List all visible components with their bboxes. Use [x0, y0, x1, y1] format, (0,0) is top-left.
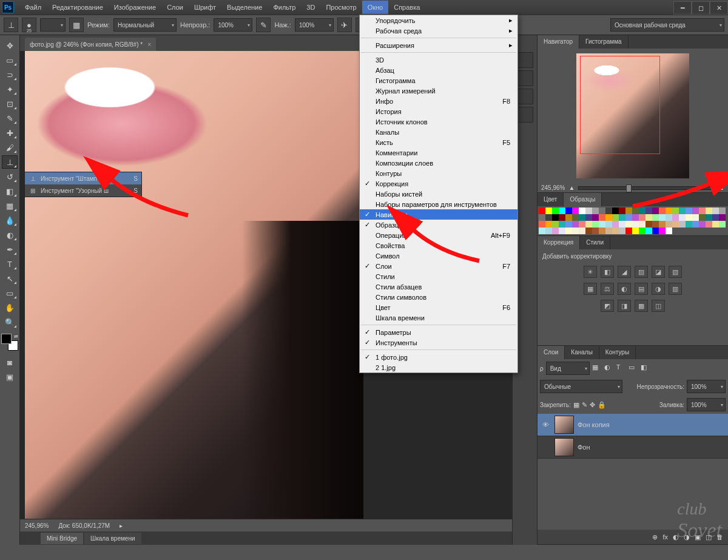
marquee-tool[interactable]: ▭	[2, 53, 18, 67]
menu-выделение[interactable]: Выделение	[221, 1, 268, 14]
dodge-tool[interactable]: ◐	[2, 228, 18, 241]
swatch[interactable]	[666, 221, 672, 228]
swatch[interactable]	[652, 214, 659, 221]
swatch[interactable]	[652, 221, 659, 228]
workspace-select[interactable]: Основная рабочая среда	[610, 18, 724, 32]
swatch[interactable]	[592, 221, 599, 228]
swatch[interactable]	[559, 207, 565, 214]
swatch[interactable]	[545, 221, 552, 228]
quickmask-button[interactable]: ◙	[2, 356, 18, 369]
menu-item[interactable]: Контуры	[360, 168, 517, 178]
swatch[interactable]	[659, 221, 666, 228]
tab-minibridge[interactable]: Mini Bridge	[41, 533, 83, 544]
swatch[interactable]	[632, 207, 639, 214]
menu-окно[interactable]: Окно	[362, 1, 389, 14]
menu-item[interactable]: Символ	[360, 251, 517, 261]
menu-item[interactable]: Стили символов	[360, 292, 517, 302]
swatch[interactable]	[672, 214, 679, 221]
swatch[interactable]	[605, 214, 612, 221]
swatch[interactable]	[545, 214, 552, 221]
healing-tool[interactable]: ✚	[2, 126, 18, 140]
visibility-icon[interactable]: 👁	[540, 421, 551, 428]
swatch[interactable]	[632, 214, 639, 221]
menu-item[interactable]: Наборы параметров для инструментов	[360, 199, 517, 209]
swatch[interactable]	[719, 214, 726, 221]
fx-icon[interactable]: fx	[662, 533, 668, 541]
menu-item[interactable]: Свойства	[360, 240, 517, 251]
swatch[interactable]	[706, 214, 712, 221]
shape-tool[interactable]: ▭	[2, 286, 18, 300]
tab-channels[interactable]: Каналы	[565, 346, 599, 359]
layer-fill[interactable]: 100%	[687, 398, 726, 411]
zoom-tool[interactable]: 🔍	[2, 315, 18, 329]
swatch[interactable]	[679, 207, 686, 214]
swatch[interactable]	[692, 221, 699, 228]
menu-item[interactable]: Источник клонов	[360, 116, 517, 127]
maximize-button[interactable]: ◻	[692, 1, 710, 15]
swatch[interactable]	[706, 207, 712, 214]
swatch[interactable]	[712, 221, 719, 228]
swatch[interactable]	[545, 228, 552, 234]
navigator-thumbnail[interactable]	[576, 53, 689, 178]
swatch[interactable]	[579, 214, 585, 221]
swatch[interactable]	[639, 214, 645, 221]
swatch[interactable]	[579, 221, 585, 228]
lock-icon[interactable]: 🔒	[598, 401, 606, 409]
swatch[interactable]	[612, 221, 619, 228]
swatch[interactable]	[719, 221, 726, 228]
tab-adjustments[interactable]: Коррекция	[538, 236, 580, 249]
swatch[interactable]	[619, 214, 625, 221]
swatch[interactable]	[585, 221, 592, 228]
menu-item[interactable]: 3D	[360, 55, 517, 65]
swatch[interactable]	[599, 207, 605, 214]
swatch[interactable]	[625, 214, 632, 221]
swatch[interactable]	[592, 214, 599, 221]
swatch[interactable]	[712, 207, 719, 214]
swatch[interactable]	[565, 207, 572, 214]
tab-timeline[interactable]: Шкала времени	[84, 533, 141, 544]
swatch[interactable]	[552, 207, 559, 214]
filter-icon[interactable]: ◐	[604, 363, 614, 373]
swatch[interactable]	[559, 214, 565, 221]
navigator-zoom[interactable]: 245,96%	[541, 184, 565, 191]
swatch[interactable]	[552, 214, 559, 221]
swatch[interactable]	[619, 207, 625, 214]
swatch[interactable]	[539, 214, 545, 221]
color-swatches[interactable]: ⇄	[1, 334, 18, 351]
minimize-button[interactable]: ━	[673, 1, 692, 15]
wand-tool[interactable]: ✦	[2, 83, 18, 96]
swatch[interactable]	[605, 207, 612, 214]
flow-field[interactable]: 100%	[295, 18, 334, 32]
menu-item[interactable]: ОперацииAlt+F9	[360, 230, 517, 240]
swatch[interactable]	[666, 228, 672, 234]
menu-item[interactable]: КистьF5	[360, 137, 517, 147]
menu-item[interactable]: Навигатор	[360, 209, 517, 220]
collapsed-panel-icon[interactable]	[516, 107, 533, 123]
swatch-grid[interactable]	[538, 206, 728, 235]
swatch[interactable]	[612, 207, 619, 214]
menu-item[interactable]: 2 1.jpg	[360, 362, 517, 373]
swatch[interactable]	[659, 228, 666, 234]
tab-navigator[interactable]: Навигатор	[538, 35, 579, 49]
move-tool[interactable]: ✥	[2, 39, 18, 52]
swatch[interactable]	[565, 214, 572, 221]
swatch[interactable]	[559, 228, 565, 234]
collapsed-panel-icon[interactable]	[516, 70, 533, 86]
menu-item[interactable]: СлоиF7	[360, 261, 517, 271]
zoom-readout[interactable]: 245,96%	[25, 522, 49, 529]
tab-styles[interactable]: Стили	[580, 236, 610, 249]
menu-item[interactable]: Образцы	[360, 220, 517, 230]
crop-tool[interactable]: ⊡	[2, 97, 18, 110]
swatch[interactable]	[692, 214, 699, 221]
path-tool[interactable]: ↖	[2, 272, 18, 285]
lock-icon[interactable]: ▦	[573, 401, 579, 409]
tab-histogram[interactable]: Гистограмма	[579, 35, 629, 49]
swatch[interactable]	[686, 221, 692, 228]
menu-item[interactable]: Композиции слоев	[360, 158, 517, 168]
menu-item[interactable]: Каналы	[360, 127, 517, 137]
swatch[interactable]	[565, 221, 572, 228]
swatch[interactable]	[699, 221, 706, 228]
swatch[interactable]	[545, 207, 552, 214]
swatch[interactable]	[585, 214, 592, 221]
screenmode-button[interactable]: ▣	[2, 370, 18, 383]
